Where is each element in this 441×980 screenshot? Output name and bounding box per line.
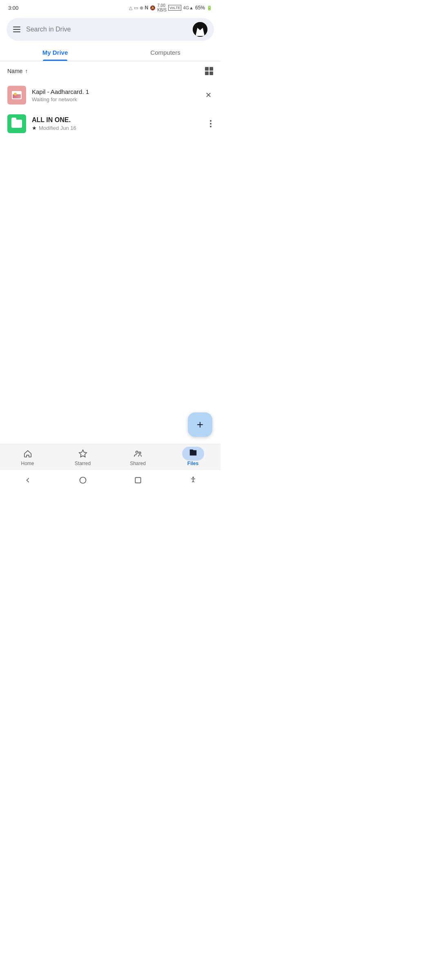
shared-icon (133, 448, 143, 459)
status-time: 3:00 (8, 5, 18, 11)
status-bar: 3:00 △ ▭ ⊕ N 🔕 7.00KB/S VoLTE 4G▲ 65% 🔋 (0, 0, 220, 14)
file-name: ALL IN ONE. (32, 116, 203, 124)
svg-rect-4 (135, 477, 140, 483)
list-item[interactable]: Kapil - Aadharcard. 1 Waiting for networ… (0, 81, 220, 109)
recents-button[interactable] (134, 476, 142, 484)
user-avatar[interactable] (193, 22, 207, 37)
image-icon (12, 91, 22, 99)
mute-icon: 🔕 (150, 5, 156, 11)
more-options-button[interactable] (208, 118, 213, 129)
file-meta: Waiting for network (32, 96, 198, 102)
list-item[interactable]: ALL IN ONE. ★ Modified Jun 16 (0, 109, 220, 138)
file-list: Kapil - Aadharcard. 1 Waiting for networ… (0, 79, 220, 140)
add-circle-icon: ⊕ (140, 5, 143, 11)
svg-point-3 (80, 477, 86, 483)
sort-name-button[interactable]: Name ↑ (7, 68, 28, 74)
close-button[interactable]: ✕ (204, 89, 213, 101)
home-system-button[interactable] (79, 476, 87, 484)
files-icon (188, 448, 198, 459)
avatar-suit-icon (196, 28, 205, 36)
nav-home[interactable]: Home (0, 448, 55, 466)
tab-my-drive[interactable]: My Drive (0, 44, 110, 61)
file-thumbnail-image (7, 86, 26, 105)
sort-arrow-icon: ↑ (25, 68, 28, 74)
n-icon: N (145, 5, 149, 11)
status-icons: △ ▭ ⊕ N 🔕 7.00KB/S VoLTE 4G▲ 65% 🔋 (129, 3, 212, 12)
sort-label-text: Name (7, 68, 22, 74)
nav-shared[interactable]: Shared (110, 448, 165, 466)
file-info: Kapil - Aadharcard. 1 Waiting for networ… (32, 88, 198, 102)
bottom-nav: Home Starred Shared F (0, 444, 220, 470)
file-meta: ★ Modified Jun 16 (32, 125, 203, 131)
nav-files-label: Files (187, 461, 198, 466)
menu-button[interactable] (13, 27, 20, 32)
sort-bar: Name ↑ (0, 61, 220, 79)
accessibility-button[interactable] (189, 476, 197, 484)
file-thumbnail-folder (7, 114, 26, 133)
search-bar[interactable]: Search in Drive (7, 18, 214, 41)
close-icon: ✕ (205, 91, 212, 100)
nav-starred-label: Starred (75, 461, 91, 466)
battery-icon: 🔋 (207, 5, 212, 11)
tab-computers[interactable]: Computers (110, 44, 220, 61)
nav-starred[interactable]: Starred (55, 448, 110, 466)
volte-icon: VoLTE (168, 5, 181, 11)
nav-shared-label: Shared (130, 461, 146, 466)
file-name: Kapil - Aadharcard. 1 (32, 88, 198, 95)
file-info: ALL IN ONE. ★ Modified Jun 16 (32, 116, 203, 131)
plus-icon: + (197, 419, 203, 430)
search-placeholder: Search in Drive (26, 26, 187, 33)
signal-icon: 4G▲ (183, 5, 194, 10)
folder-icon (11, 120, 22, 128)
phone-icon: ▭ (134, 5, 138, 11)
search-bar-container: Search in Drive (0, 14, 220, 44)
nav-home-label: Home (21, 461, 34, 466)
back-button[interactable] (24, 476, 32, 484)
svg-point-1 (136, 451, 138, 454)
svg-point-5 (192, 477, 194, 478)
add-fab-button[interactable]: + (188, 412, 212, 437)
speed-indicator: 7.00KB/S (157, 3, 167, 12)
star-nav-icon (78, 448, 88, 459)
more-dots-icon (210, 120, 212, 127)
grid-view-button[interactable] (205, 67, 213, 75)
home-icon (22, 448, 33, 459)
drive-tabs: My Drive Computers (0, 44, 220, 61)
nav-files[interactable]: Files (165, 448, 220, 466)
svg-point-2 (139, 452, 141, 454)
svg-marker-0 (79, 450, 86, 457)
file-modified-date: Modified Jun 16 (39, 125, 76, 131)
battery-level: 65% (195, 5, 205, 11)
starred-icon: ★ (32, 125, 37, 131)
drive-icon: △ (129, 5, 132, 11)
system-nav-bar (0, 470, 220, 490)
